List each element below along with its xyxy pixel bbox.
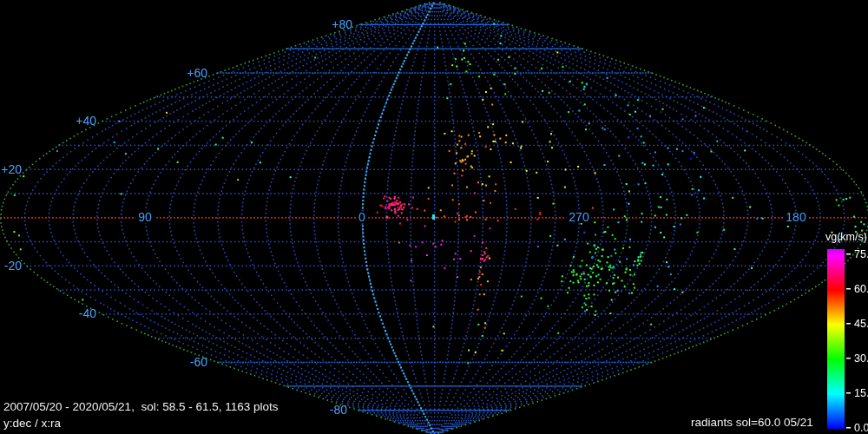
colorbar-tick-15: 15.0 — [854, 387, 868, 399]
colorbar-tick-60: 60.0 — [854, 283, 868, 295]
colorbar-tick-45: 45.0 — [854, 318, 868, 330]
dec-axis-label-p40: +40 — [76, 115, 96, 127]
colorbar-tick-75: 75.0 — [854, 248, 868, 260]
status-axes-legend: y:dec / x:ra — [3, 417, 61, 431]
dec-axis-label-m60: -60 — [190, 356, 207, 368]
dec-axis-label-m20: -20 — [4, 260, 22, 272]
status-date-range-sol: 2007/05/20 - 2020/05/21, sol: 58.5 - 61.… — [3, 400, 279, 414]
ra-axis-label-90: 90 — [135, 211, 155, 223]
dec-axis-label-p60: +60 — [187, 67, 207, 79]
colorbar-tick-0: 0.0 — [854, 422, 868, 434]
status-radiants-sol: radiants sol=60.0 05/21 — [691, 416, 813, 430]
ra-axis-label-0: 0 — [356, 211, 368, 223]
radiant-map-window: +80 +60 +40 +20 -20 -40 -60 -80 90 0 270… — [0, 0, 868, 434]
dec-axis-label-p80: +80 — [332, 18, 352, 30]
ra-axis-label-180: 180 — [783, 211, 808, 223]
dec-axis-label-p20: +20 — [1, 163, 22, 175]
sky-map-canvas — [0, 0, 868, 434]
dec-axis-label-m40: -40 — [79, 307, 96, 319]
colorbar-tick-30: 30.0 — [854, 352, 868, 365]
colorbar-title: vg(km/s) — [825, 231, 867, 243]
ra-axis-label-270: 270 — [566, 211, 591, 223]
dec-axis-label-m80: -80 — [330, 404, 347, 416]
